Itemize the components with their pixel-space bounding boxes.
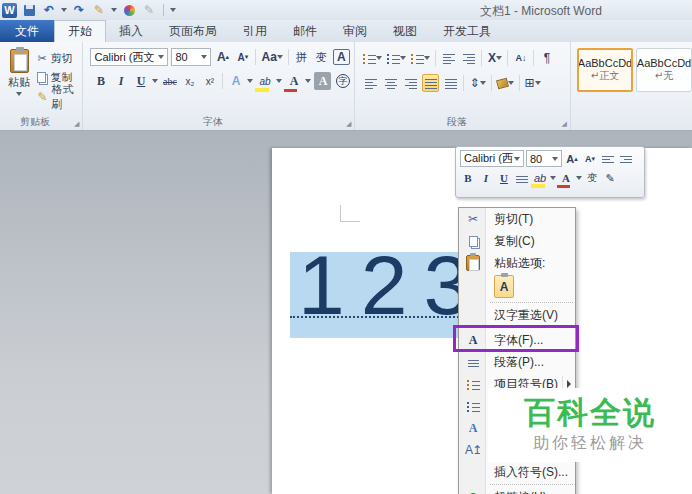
font-color-button[interactable]: A — [285, 72, 302, 90]
style-chip-no-spacing[interactable]: AaBbCcDd ↵无 — [636, 48, 692, 92]
tab-file[interactable]: 文件 — [0, 20, 54, 42]
numbering-button[interactable] — [386, 49, 407, 67]
increase-indent-button[interactable] — [460, 49, 477, 67]
grow-font-button[interactable]: A▴ — [214, 48, 231, 66]
mini-shrink-font-button[interactable]: A▾ — [582, 151, 598, 167]
menu-item-reconvert[interactable]: 汉字重选(V) — [459, 304, 575, 326]
mini-decrease-indent-button[interactable] — [600, 151, 616, 167]
mini-phonetic-button[interactable]: 变 — [584, 170, 600, 186]
justify-button[interactable] — [422, 74, 439, 92]
format-brush-button[interactable]: ✎ — [91, 2, 107, 18]
character-border-button[interactable]: A — [333, 49, 350, 65]
character-shading-button[interactable]: A — [314, 72, 331, 90]
align-center-button[interactable] — [382, 74, 399, 92]
undo-button[interactable]: ↶ — [41, 2, 57, 18]
menu-item-cut[interactable]: ✂ 剪切(T) — [459, 208, 575, 230]
mini-italic-button[interactable]: I — [478, 170, 494, 186]
tab-home[interactable]: 开始 — [54, 20, 106, 42]
multilevel-list-button[interactable] — [410, 49, 431, 67]
text-effects-arrow-icon[interactable] — [247, 79, 253, 83]
redo-button[interactable]: ↷ — [71, 2, 87, 18]
underline-arrow-icon[interactable] — [152, 79, 158, 83]
tab-mailings[interactable]: 邮件 — [280, 20, 330, 42]
distribute-button[interactable] — [442, 74, 459, 92]
paragraph-dialog-launcher[interactable]: ◢ — [562, 120, 567, 128]
sphere-icon — [124, 5, 135, 16]
tab-references[interactable]: 引用 — [230, 20, 280, 42]
line-spacing-button[interactable]: ⇕ — [468, 74, 486, 92]
font-size-combo[interactable]: 80 — [171, 48, 211, 66]
font-size-arrow-icon — [201, 55, 207, 59]
font-name-combo[interactable]: Calibri (西文 — [90, 48, 168, 66]
mini-font-name-value: Calibri (西 — [464, 151, 513, 166]
tab-review[interactable]: 审阅 — [330, 20, 380, 42]
align-right-button[interactable] — [402, 74, 419, 92]
annotation-highlight-box — [453, 325, 579, 352]
save-button[interactable] — [21, 2, 37, 18]
word-logo-icon[interactable]: W — [2, 3, 17, 18]
customize-qat-arrow-icon[interactable] — [170, 8, 176, 12]
underline-button[interactable]: U — [132, 72, 149, 90]
shrink-font-button[interactable]: A▾ — [234, 48, 251, 66]
increase-indent-icon — [463, 52, 475, 64]
menu-item-copy[interactable]: 复制(C) — [459, 230, 575, 252]
italic-button[interactable]: I — [112, 72, 129, 90]
ribbon-tab-row: 文件 开始 插入 页面布局 引用 邮件 审阅 视图 开发工具 — [0, 20, 692, 42]
asian-layout-button[interactable]: X — [486, 49, 503, 67]
tab-view[interactable]: 视图 — [380, 20, 430, 42]
mini-highlight-button[interactable]: ab — [532, 170, 548, 186]
font-size-value: 80 — [175, 51, 187, 63]
tab-developer[interactable]: 开发工具 — [430, 20, 504, 42]
highlight-arrow-icon[interactable] — [276, 79, 282, 83]
borders-button[interactable]: ⊞ — [524, 74, 542, 92]
mini-font-size-combo[interactable]: 80 — [526, 150, 562, 167]
keep-source-formatting-button[interactable]: A — [494, 275, 514, 298]
sort-button[interactable]: A↓ — [512, 49, 529, 67]
menu-item-label: 段落(P)... — [494, 354, 544, 371]
brush-dropdown-arrow-icon[interactable] — [111, 8, 117, 12]
color-sphere-button[interactable] — [121, 2, 137, 18]
menu-item-hyperlink[interactable]: ⊕ 超链接(H)... — [459, 486, 575, 494]
strikethrough-button[interactable]: abc — [161, 72, 178, 90]
menu-item-paragraph[interactable]: 段落(P)... — [459, 351, 575, 373]
tab-page-layout[interactable]: 页面布局 — [156, 20, 230, 42]
enclose-characters-button[interactable]: 字 — [334, 72, 351, 90]
numbering-icon — [465, 398, 481, 414]
paste-button[interactable]: 粘贴 — [3, 45, 35, 109]
mini-center-button[interactable] — [514, 170, 530, 186]
mini-font-color-button[interactable]: A — [558, 170, 574, 186]
subscript-button[interactable]: x₂ — [181, 72, 198, 90]
tab-insert[interactable]: 插入 — [106, 20, 156, 42]
clipboard-dialog-launcher[interactable]: ◢ — [74, 120, 79, 128]
text-effects-button[interactable]: A — [227, 72, 244, 90]
group-font: Calibri (西文 80 A▴ A▾ Aa 拼 变 A B I U abc … — [83, 42, 355, 130]
font-color-arrow-icon[interactable] — [305, 79, 311, 83]
paste-dropdown-arrow-icon[interactable] — [16, 92, 22, 96]
mini-font-name-combo[interactable]: Calibri (西 — [460, 150, 524, 167]
font-dialog-launcher[interactable]: ◢ — [346, 120, 351, 128]
show-marks-button[interactable]: ¶ — [538, 49, 555, 67]
menu-item-paste-options: 粘贴选项: — [459, 252, 575, 274]
bold-button[interactable]: B — [92, 72, 109, 90]
undo-dropdown-arrow-icon[interactable] — [61, 8, 67, 12]
highlight-button[interactable]: ab — [256, 72, 273, 90]
mini-grow-font-button[interactable]: A▴ — [564, 151, 580, 167]
bullets-button[interactable] — [362, 49, 383, 67]
phonetic-guide-button[interactable]: 拼 — [293, 48, 310, 66]
superscript-button[interactable]: x² — [201, 72, 218, 90]
align-center-icon — [385, 77, 397, 89]
mini-format-painter-button[interactable]: ✎ — [602, 170, 618, 186]
mini-underline-button[interactable]: U — [496, 170, 512, 186]
menu-item-insert-symbol[interactable]: 插入符号(S)... — [459, 461, 575, 483]
character-scale-button[interactable]: 变 — [313, 48, 330, 66]
decrease-indent-button[interactable] — [440, 49, 457, 67]
style-chip-normal[interactable]: AaBbCcDd ↵正文 — [577, 48, 633, 92]
mini-bold-button[interactable]: B — [460, 170, 476, 186]
cut-button[interactable]: ✂ 剪切 — [35, 49, 79, 68]
format-painter-button[interactable]: ✎ 格式刷 — [35, 87, 79, 106]
mini-increase-indent-button[interactable] — [618, 151, 634, 167]
change-case-button[interactable]: Aa — [260, 48, 283, 66]
align-left-button[interactable] — [362, 74, 379, 92]
shading-button[interactable] — [496, 74, 515, 92]
disabled-pen-button: ✎ — [141, 2, 157, 18]
